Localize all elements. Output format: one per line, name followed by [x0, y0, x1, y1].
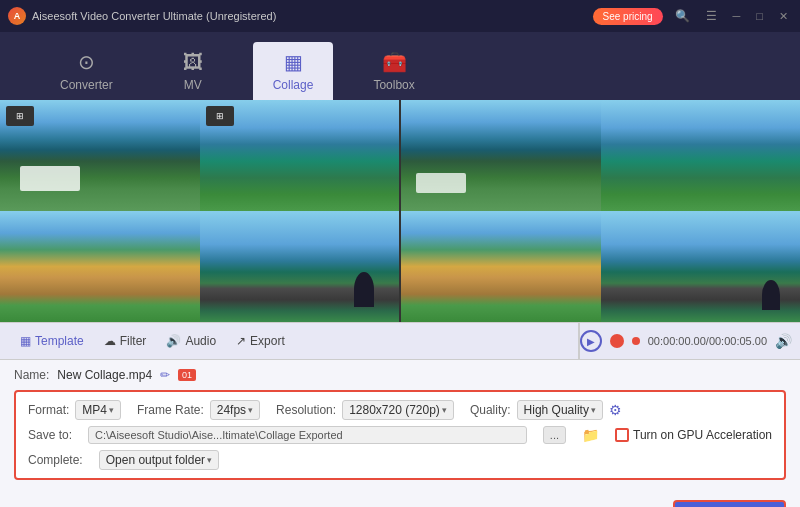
main-content: ⊞ ⊞ ▦ Template — [0, 100, 800, 507]
resolution-group: Resolution: 1280x720 (720p) ▾ — [276, 400, 454, 420]
complete-select[interactable]: Open output folder ▾ — [99, 450, 219, 470]
preview-cell-4 — [601, 211, 801, 322]
complete-value: Open output folder — [106, 453, 205, 467]
menu-icon[interactable]: ☰ — [702, 7, 721, 25]
see-pricing-button[interactable]: See pricing — [593, 8, 663, 25]
template-button[interactable]: ▦ Template — [12, 330, 92, 352]
preview-cell-2 — [601, 100, 801, 211]
quality-group: Quality: High Quality ▾ ⚙ — [470, 400, 622, 420]
close-button[interactable]: ✕ — [775, 10, 792, 23]
tab-bar: ⊙ Converter 🖼 MV ▦ Collage 🧰 Toolbox — [0, 32, 800, 100]
audio-button[interactable]: 🔊 Audio — [158, 330, 224, 352]
gpu-acceleration-checkbox[interactable]: Turn on GPU Acceleration — [615, 428, 772, 442]
collage-cell-1[interactable]: ⊞ — [0, 100, 200, 211]
gpu-label: Turn on GPU Acceleration — [633, 428, 772, 442]
preview-cell-1 — [401, 100, 601, 211]
title-bar-right: See pricing 🔍 ☰ ─ □ ✕ — [593, 7, 792, 25]
tab-toolbox-label: Toolbox — [373, 78, 414, 92]
folder-icon[interactable]: 📁 — [582, 427, 599, 443]
tab-converter-label: Converter — [60, 78, 113, 92]
minimize-button[interactable]: ─ — [729, 10, 745, 22]
converter-icon: ⊙ — [78, 50, 95, 74]
format-chevron: ▾ — [109, 405, 114, 415]
settings-row-1: Format: MP4 ▾ Frame Rate: 24fps ▾ Resolu… — [28, 400, 772, 420]
save-path-display: C:\Aiseesoft Studio\Aise...Itimate\Colla… — [88, 426, 527, 444]
collage-cell-3[interactable] — [0, 211, 200, 322]
volume-icon[interactable]: 🔊 — [775, 333, 792, 349]
video-panels: ⊞ ⊞ — [0, 100, 800, 322]
title-bar: A Aiseesoft Video Converter Ultimate (Un… — [0, 0, 800, 32]
export-button[interactable]: ↗ Export — [228, 330, 293, 352]
preview-toolbar: ▶ 00:00:00.00/00:00:05.00 🔊 — [580, 323, 800, 359]
progress-indicator — [632, 337, 640, 345]
framerate-label: Frame Rate: — [137, 403, 204, 417]
tab-toolbox[interactable]: 🧰 Toolbox — [353, 42, 434, 100]
mv-icon: 🖼 — [183, 51, 203, 74]
tab-collage-label: Collage — [273, 78, 314, 92]
quality-select[interactable]: High Quality ▾ — [517, 400, 603, 420]
resolution-select[interactable]: 1280x720 (720p) ▾ — [342, 400, 454, 420]
framerate-select[interactable]: 24fps ▾ — [210, 400, 260, 420]
quality-gear-icon[interactable]: ⚙ — [609, 402, 622, 418]
edit-icon[interactable]: ✏ — [160, 368, 170, 382]
filter-icon: ☁ — [104, 334, 116, 348]
settings-area: Name: New Collage.mp4 ✏ 01 Format: MP4 ▾… — [0, 360, 800, 494]
resolution-label: Resolution: — [276, 403, 336, 417]
preview-panel — [401, 100, 800, 322]
template-label: Template — [35, 334, 84, 348]
quality-value: High Quality — [524, 403, 589, 417]
quality-chevron: ▾ — [591, 405, 596, 415]
collage-cell-2[interactable]: ⊞ — [200, 100, 400, 211]
audio-icon: 🔊 — [166, 334, 181, 348]
resolution-value: 1280x720 (720p) — [349, 403, 440, 417]
preview-cell-3 — [401, 211, 601, 322]
preview-grid — [401, 100, 800, 322]
framerate-chevron: ▾ — [248, 405, 253, 415]
collage-icon: ▦ — [284, 50, 303, 74]
format-value: MP4 — [82, 403, 107, 417]
toolbox-icon: 🧰 — [382, 50, 407, 74]
maximize-button[interactable]: □ — [752, 10, 767, 22]
resolution-chevron: ▾ — [442, 405, 447, 415]
search-icon[interactable]: 🔍 — [671, 7, 694, 25]
template-icon: ▦ — [20, 334, 31, 348]
browse-button[interactable]: ... — [543, 426, 566, 444]
name-label: Name: — [14, 368, 49, 382]
saveto-label: Save to: — [28, 428, 72, 442]
time-display: 00:00:00.00/00:00:05.00 — [648, 335, 767, 347]
filter-button[interactable]: ☁ Filter — [96, 330, 155, 352]
tab-collage[interactable]: ▦ Collage — [253, 42, 334, 100]
filter-label: Filter — [120, 334, 147, 348]
collage-panel: ⊞ ⊞ — [0, 100, 401, 322]
start-export-button[interactable]: Start Export — [673, 500, 786, 507]
title-bar-left: A Aiseesoft Video Converter Ultimate (Un… — [8, 7, 276, 25]
gpu-checkbox-box — [615, 428, 629, 442]
audio-label: Audio — [185, 334, 216, 348]
left-toolbar: ▦ Template ☁ Filter 🔊 Audio ↗ Export — [0, 323, 580, 359]
quality-label: Quality: — [470, 403, 511, 417]
export-label: Export — [250, 334, 285, 348]
collage-cell-4[interactable] — [200, 211, 400, 322]
export-section: Start Export — [0, 494, 800, 507]
complete-label: Complete: — [28, 453, 83, 467]
format-select[interactable]: MP4 ▾ — [75, 400, 121, 420]
file-badge: 01 — [178, 369, 196, 381]
save-path-text: C:\Aiseesoft Studio\Aise...Itimate\Colla… — [95, 429, 343, 441]
app-title: Aiseesoft Video Converter Ultimate (Unre… — [32, 10, 276, 22]
framerate-value: 24fps — [217, 403, 246, 417]
play-button[interactable]: ▶ — [580, 330, 602, 352]
settings-row-2: Save to: C:\Aiseesoft Studio\Aise...Itim… — [28, 426, 772, 444]
app-logo: A — [8, 7, 26, 25]
stop-button[interactable] — [610, 334, 624, 348]
settings-box: Format: MP4 ▾ Frame Rate: 24fps ▾ Resolu… — [14, 390, 786, 480]
name-value: New Collage.mp4 — [57, 368, 152, 382]
tab-converter[interactable]: ⊙ Converter — [40, 42, 133, 100]
cell-2-thumb: ⊞ — [206, 106, 234, 126]
format-group: Format: MP4 ▾ — [28, 400, 121, 420]
complete-chevron: ▾ — [207, 455, 212, 465]
cell-1-thumb: ⊞ — [6, 106, 34, 126]
export-icon: ↗ — [236, 334, 246, 348]
tab-mv[interactable]: 🖼 MV — [153, 43, 233, 100]
tab-mv-label: MV — [184, 78, 202, 92]
settings-row-3: Complete: Open output folder ▾ — [28, 450, 772, 470]
